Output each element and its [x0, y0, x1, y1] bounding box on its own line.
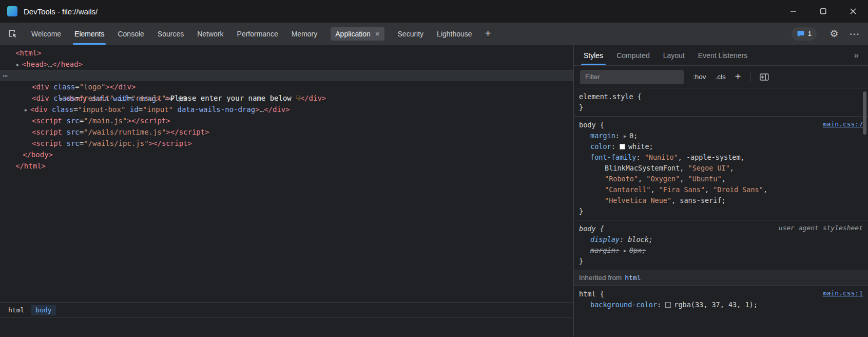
- style-rule-html: main.css:1 html { background-color: rgba…: [574, 286, 868, 313]
- styles-scrollbar[interactable]: [863, 91, 866, 135]
- feedback-chat-icon: [797, 30, 805, 38]
- tab-welcome[interactable]: Welcome: [25, 23, 68, 45]
- code-token: <head>: [22, 60, 48, 68]
- tab-event-listeners[interactable]: Event Listeners: [691, 45, 755, 65]
- breadcrumb-html[interactable]: html: [4, 305, 28, 315]
- elements-panel: <html> ▶ <head>…</head> ⋯ ▼ <body data-w…: [0, 45, 574, 337]
- css-declaration-display[interactable]: display: block;: [574, 234, 868, 245]
- add-panel-button[interactable]: +: [479, 28, 497, 40]
- dom-node-div-input-box[interactable]: ▶ <div class="input-box" id="input" data…: [0, 104, 573, 115]
- tab-label: Computed: [616, 51, 650, 60]
- code-token: </script>: [153, 139, 192, 147]
- expand-shorthand-icon[interactable]: ▶: [624, 248, 629, 253]
- code-token: ,: [680, 175, 688, 183]
- titlebar[interactable]: DevTools - file://wails/: [0, 0, 868, 23]
- dom-node-script-runtime[interactable]: <script src="/wails/runtime.js"></script…: [0, 126, 573, 138]
- tab-network[interactable]: Network: [190, 23, 230, 45]
- style-rule-body-main: main.css:7 body { margin: ▶ 0; color: wh…: [574, 117, 868, 220]
- collapsed-ellipsis[interactable]: …: [260, 105, 264, 114]
- dom-node-script-ipc[interactable]: <script src="/wails/ipc.js"></script>: [0, 138, 573, 149]
- code-token: :: [636, 153, 644, 161]
- tab-console[interactable]: Console: [111, 23, 150, 45]
- code-token: <div: [32, 83, 49, 91]
- code-token: ,: [638, 175, 646, 183]
- rule-selector[interactable]: element.style {: [574, 91, 868, 102]
- dom-node-body[interactable]: ⋯ ▼ <body data-wails-drag> == $0: [0, 70, 573, 81]
- stylesheet-link[interactable]: main.css:1: [823, 289, 863, 297]
- toggle-pseudo-state-button[interactable]: :hov: [693, 73, 706, 81]
- html-node-link[interactable]: html: [625, 274, 641, 282]
- stylesheet-link[interactable]: main.css:7: [823, 120, 863, 128]
- css-declaration-margin[interactable]: margin: ▶ 0;: [574, 130, 868, 141]
- color-swatch[interactable]: [665, 302, 671, 308]
- dom-node-head[interactable]: ▶ <head>…</head>: [0, 59, 573, 70]
- tab-elements[interactable]: Elements: [68, 23, 111, 45]
- code-token: id: [130, 105, 139, 114]
- tab-lighthouse[interactable]: Lighthouse: [430, 23, 479, 45]
- new-style-rule-button[interactable]: +: [735, 71, 741, 83]
- code-token: =: [139, 105, 143, 114]
- code-token: display: [590, 235, 620, 244]
- settings-gear-icon[interactable]: ⚙: [824, 23, 844, 45]
- tab-layout[interactable]: Layout: [657, 45, 691, 65]
- code-token: {: [596, 290, 604, 298]
- styles-rules-list: element.style { } main.css:7 body { marg…: [574, 88, 868, 337]
- expand-shorthand-icon[interactable]: ▶: [624, 134, 629, 139]
- expand-arrow-icon[interactable]: ▶: [25, 107, 30, 113]
- more-options-icon[interactable]: ⋯: [844, 23, 865, 45]
- code-token: </body>: [23, 151, 53, 159]
- issues-counter-button[interactable]: 1: [792, 27, 817, 41]
- close-button[interactable]: [838, 0, 868, 23]
- css-declaration-background-color[interactable]: background-color: rgba(33, 37, 43, 1);: [574, 299, 868, 310]
- dom-node-body-close[interactable]: </body>: [0, 149, 573, 160]
- breadcrumb-body[interactable]: body: [31, 305, 55, 315]
- tab-computed[interactable]: Computed: [610, 45, 657, 65]
- color-swatch[interactable]: [620, 144, 625, 149]
- code-token: , sans-serif;: [671, 196, 726, 204]
- code-token: =: [73, 105, 78, 114]
- css-declaration-color[interactable]: color: white;: [574, 141, 868, 152]
- tab-performance[interactable]: Performance: [230, 23, 285, 45]
- rule-close-brace: }: [574, 256, 868, 267]
- code-token: white;: [628, 142, 653, 151]
- tab-application[interactable]: Application ×: [324, 23, 391, 45]
- tab-styles[interactable]: Styles: [577, 45, 610, 65]
- css-value-continuation: BlinkMacSystemFont, "Segoe UI",: [574, 163, 868, 174]
- toggle-element-class-button[interactable]: .cls: [716, 73, 726, 81]
- code-token: </div>: [110, 83, 136, 91]
- code-token: id: [119, 94, 127, 102]
- node-menu-icon[interactable]: ⋯: [3, 70, 8, 82]
- tab-label: Console: [118, 30, 144, 38]
- collapsed-ellipsis[interactable]: …: [48, 60, 52, 68]
- css-declaration-margin-overridden[interactable]: margin: ▶ 8px;: [574, 245, 868, 256]
- dom-node-html-close[interactable]: </html>: [0, 160, 573, 172]
- tab-memory[interactable]: Memory: [285, 23, 324, 45]
- expand-arrow-icon[interactable]: ▶: [16, 62, 22, 67]
- more-tabs-chevron-icon[interactable]: »: [854, 50, 865, 61]
- tab-security[interactable]: Security: [391, 23, 431, 45]
- code-token: "Fira Sans": [659, 185, 705, 194]
- code-token: }: [579, 207, 583, 215]
- dom-node-div-logo[interactable]: <div class="logo"></div>: [0, 81, 573, 92]
- code-token: </script>: [170, 128, 209, 136]
- inspect-element-button[interactable]: [0, 23, 25, 45]
- dom-node-div-result[interactable]: <div class="result" id="result">Please e…: [0, 92, 573, 104]
- tab-sources[interactable]: Sources: [151, 23, 190, 45]
- minimize-button[interactable]: [779, 0, 808, 23]
- code-token: >: [255, 105, 259, 114]
- code-token: <script: [32, 139, 62, 147]
- dom-node-script-main[interactable]: <script src="/main.js"></script>: [0, 115, 573, 126]
- dom-node-html[interactable]: <html>: [0, 47, 573, 59]
- close-tab-icon[interactable]: ×: [375, 30, 380, 38]
- toggle-computed-sidebar-icon[interactable]: [760, 73, 769, 81]
- code-token: =: [80, 139, 84, 147]
- tab-label: Application: [335, 30, 371, 38]
- css-declaration-font-family[interactable]: font-family: "Nunito", -apple-system,: [574, 152, 868, 163]
- css-value-continuation: "Cantarell", "Fira Sans", "Droid Sans",: [574, 184, 868, 195]
- code-token: block;: [628, 235, 653, 244]
- code-token: [620, 246, 624, 254]
- issues-count: 1: [808, 30, 812, 38]
- styles-filter-input[interactable]: [580, 70, 684, 84]
- code-token: rgba(33, 37, 43, 1);: [674, 301, 758, 309]
- maximize-button[interactable]: [808, 0, 838, 23]
